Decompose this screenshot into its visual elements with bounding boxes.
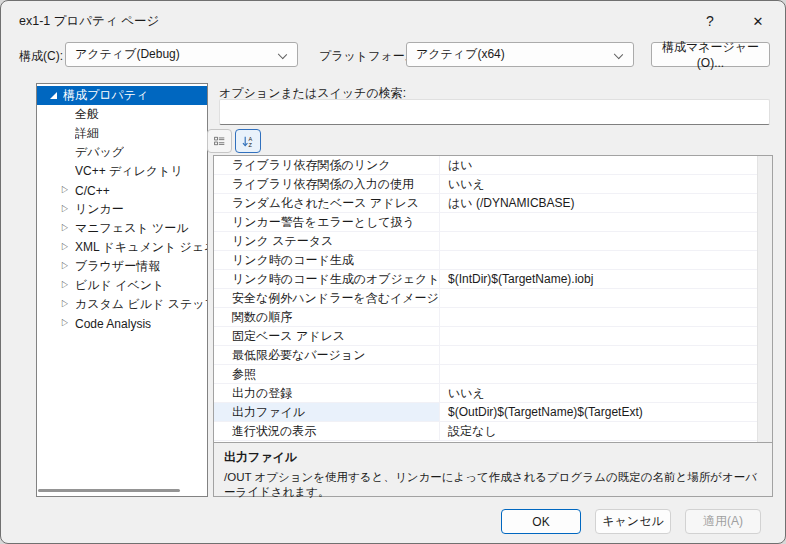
help-icon[interactable]: ? — [687, 1, 733, 41]
property-row[interactable]: 固定ベース アドレス — [214, 327, 772, 346]
tree-item[interactable]: カスタム ビルド ステップ — [37, 295, 207, 314]
property-row[interactable]: 出力ファイル $(OutDir)$(TargetName)$(TargetExt… — [214, 403, 772, 422]
tree-expander-icon[interactable] — [59, 318, 71, 330]
tree-item[interactable]: 全般 — [37, 105, 207, 124]
tree-expander-icon[interactable] — [59, 109, 71, 121]
title-bar[interactable]: ex1-1 プロパティ ページ ? ✕ — [1, 1, 785, 41]
sort-alphabetical-icon: A Z — [242, 134, 254, 149]
tree-expander-icon[interactable] — [59, 166, 71, 178]
property-row[interactable]: 最低限必要なバージョン — [214, 346, 772, 365]
property-row[interactable]: リンク時のコード生成 — [214, 251, 772, 270]
property-row[interactable]: リンク時のコード生成のオブジェクト ファイル $(IntDir)$(Target… — [214, 270, 772, 289]
dialog-title: ex1-1 プロパティ ページ — [19, 13, 159, 30]
categorized-view-icon — [214, 134, 225, 148]
property-name: 関数の順序 — [214, 308, 440, 326]
tree-expander-icon[interactable] — [59, 242, 71, 254]
property-value[interactable] — [440, 346, 772, 364]
configuration-dropdown-value: アクティブ(Debug) — [75, 46, 180, 63]
platform-dropdown-value: アクティブ(x64) — [416, 46, 505, 63]
property-row[interactable]: リンカー警告をエラーとして扱う — [214, 213, 772, 232]
description-title: 出力ファイル — [224, 449, 762, 466]
tree-item-label: デバッグ — [75, 144, 124, 161]
property-name: 出力ファイル — [214, 403, 440, 421]
description-body: /OUT オプションを使用すると、リンカーによって作成されるプログラムの既定の名… — [224, 470, 762, 500]
property-row[interactable]: 安全な例外ハンドラーを含むイメージ — [214, 289, 772, 308]
tree-item[interactable]: Code Analysis — [37, 314, 207, 333]
categorized-view-button[interactable] — [207, 129, 232, 153]
chevron-down-icon — [614, 50, 623, 59]
tree-item[interactable]: 構成プロパティ — [37, 86, 207, 105]
chevron-down-icon — [278, 50, 287, 59]
property-row[interactable]: ライブラリ依存関係のリンク はい — [214, 156, 772, 175]
grid-vertical-scrollbar[interactable] — [757, 156, 772, 442]
property-row[interactable]: 進行状況の表示 設定なし — [214, 422, 772, 441]
property-name: ライブラリ依存関係のリンク — [214, 156, 440, 174]
ok-button[interactable]: OK — [501, 509, 581, 534]
property-row[interactable]: 参照 — [214, 365, 772, 384]
tree-item[interactable]: XML ドキュメント ジェネレーター — [37, 238, 207, 257]
tree-item-label: C/C++ — [75, 184, 110, 198]
tree-expander-icon[interactable] — [59, 204, 71, 216]
property-row[interactable]: リンク ステータス — [214, 232, 772, 251]
tree-item[interactable]: VC++ ディレクトリ — [37, 162, 207, 181]
property-row[interactable]: 関数の順序 — [214, 308, 772, 327]
tree-expander-icon[interactable] — [59, 299, 71, 311]
property-value[interactable]: いいえ — [440, 384, 772, 402]
tree-expander-icon[interactable] — [59, 128, 71, 140]
configuration-dropdown[interactable]: アクティブ(Debug) — [65, 42, 298, 67]
sort-alphabetical-button[interactable]: A Z — [235, 129, 261, 153]
tree-item[interactable]: リンカー — [37, 200, 207, 219]
configuration-manager-button[interactable]: 構成マネージャー(O)... — [651, 42, 770, 67]
svg-text:A: A — [248, 135, 252, 141]
tree-horizontal-scrollbar[interactable] — [38, 489, 180, 492]
tree-item-label: 詳細 — [75, 125, 99, 142]
tree-item[interactable]: C/C++ — [37, 181, 207, 200]
options-search-input[interactable] — [219, 99, 770, 125]
property-name: 安全な例外ハンドラーを含むイメージ — [214, 289, 440, 307]
property-value[interactable]: はい (/DYNAMICBASE) — [440, 194, 772, 212]
property-name: 最低限必要なバージョン — [214, 346, 440, 364]
tree-expander-icon[interactable] — [59, 147, 71, 159]
property-value[interactable]: いいえ — [440, 175, 772, 193]
property-value[interactable] — [440, 213, 772, 231]
tree-item-label: Code Analysis — [75, 317, 151, 331]
property-value[interactable] — [440, 308, 772, 326]
property-row[interactable]: 出力の登録 いいえ — [214, 384, 772, 403]
property-grid[interactable]: ライブラリ依存関係のリンク はい ライブラリ依存関係の入力の使用 いいえ ランダ… — [213, 155, 773, 442]
tree-item[interactable]: ブラウザー情報 — [37, 257, 207, 276]
tree-item[interactable]: マニフェスト ツール — [37, 219, 207, 238]
property-value[interactable]: $(IntDir)$(TargetName).iobj — [440, 270, 772, 288]
property-value[interactable] — [440, 365, 772, 383]
tree-expander-icon[interactable] — [59, 261, 71, 273]
tree-expander-icon[interactable] — [47, 90, 59, 102]
property-name: ランダム化されたベース アドレス — [214, 194, 440, 212]
configuration-label: 構成(C): — [19, 48, 63, 65]
tree-expander-icon[interactable] — [59, 185, 71, 197]
tree-item-label: カスタム ビルド ステップ — [75, 296, 207, 313]
property-value[interactable]: $(OutDir)$(TargetName)$(TargetExt) — [440, 403, 772, 421]
property-name: リンク時のコード生成のオブジェクト ファイル — [214, 270, 440, 288]
cancel-button[interactable]: キャンセル — [595, 509, 671, 534]
property-row[interactable]: ランダム化されたベース アドレス はい (/DYNAMICBASE) — [214, 194, 772, 213]
configuration-tree[interactable]: 構成プロパティ 全般 詳細 デバッグ VC++ ディレクトリ — [36, 83, 208, 497]
tree-item-label: マニフェスト ツール — [75, 220, 189, 237]
property-description-panel: 出力ファイル /OUT オプションを使用すると、リンカーによって作成されるプログ… — [213, 442, 773, 497]
property-value[interactable] — [440, 327, 772, 345]
tree-item-label: ブラウザー情報 — [75, 258, 160, 275]
platform-dropdown[interactable]: アクティブ(x64) — [406, 42, 634, 67]
tree-item[interactable]: デバッグ — [37, 143, 207, 162]
close-icon[interactable]: ✕ — [735, 1, 781, 41]
tree-expander-icon[interactable] — [59, 223, 71, 235]
property-value[interactable] — [440, 289, 772, 307]
property-row[interactable]: ライブラリ依存関係の入力の使用 いいえ — [214, 175, 772, 194]
property-value[interactable]: はい — [440, 156, 772, 174]
property-value[interactable]: 設定なし — [440, 422, 772, 440]
tree-item-label: VC++ ディレクトリ — [75, 163, 183, 180]
property-value[interactable] — [440, 251, 772, 269]
tree-item[interactable]: 詳細 — [37, 124, 207, 143]
tree-item[interactable]: ビルド イベント — [37, 276, 207, 295]
property-name: 出力の登録 — [214, 384, 440, 402]
property-name: 固定ベース アドレス — [214, 327, 440, 345]
property-value[interactable] — [440, 232, 772, 250]
tree-expander-icon[interactable] — [59, 280, 71, 292]
